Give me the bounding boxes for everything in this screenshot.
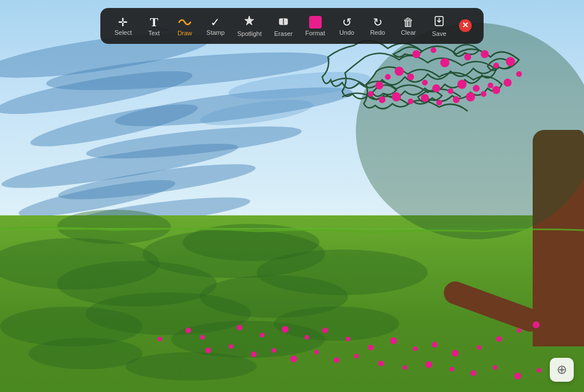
eraser-tool[interactable]: Eraser — [269, 11, 298, 40]
stamp-icon: ✓ — [210, 17, 220, 28]
text-tool[interactable]: T Text — [139, 13, 169, 40]
close-button[interactable]: ✕ — [455, 16, 476, 36]
eraser-label: Eraser — [274, 30, 293, 37]
format-label: Format — [305, 30, 325, 36]
select-tool[interactable]: ✛ Select — [108, 13, 138, 39]
close-icon: ✕ — [459, 19, 472, 32]
stamp-label: Stamp — [206, 29, 225, 36]
undo-tool[interactable]: ↺ Undo — [332, 13, 362, 39]
save-icon — [433, 15, 445, 29]
format-tool[interactable]: Format — [299, 13, 331, 40]
redo-icon: ↻ — [373, 17, 383, 28]
save-label: Save — [432, 30, 446, 37]
redo-label: Redo — [370, 29, 385, 36]
text-icon: T — [150, 16, 159, 28]
spotlight-icon — [243, 15, 256, 29]
undo-icon: ↺ — [342, 17, 352, 28]
spotlight-tool[interactable]: Spotlight — [232, 11, 267, 40]
clear-tool[interactable]: 🗑 Clear — [394, 13, 423, 39]
draw-icon — [178, 15, 192, 28]
undo-label: Undo — [339, 29, 354, 36]
toolbar: ✛ Select T Text Draw ✓ Stamp Spotlight — [100, 8, 484, 44]
corner-add-icon: ⊕ — [557, 362, 567, 377]
eraser-icon — [277, 15, 290, 29]
clear-icon: 🗑 — [403, 17, 414, 28]
draw-tool[interactable]: Draw — [170, 12, 200, 40]
tree-canopy-bg — [356, 23, 584, 239]
canvas-area[interactable] — [0, 0, 584, 392]
text-label: Text — [148, 30, 160, 36]
select-icon: ✛ — [118, 17, 128, 28]
corner-add-button[interactable]: ⊕ — [550, 358, 574, 382]
stamp-tool[interactable]: ✓ Stamp — [201, 13, 230, 39]
clear-label: Clear — [401, 29, 416, 36]
draw-label: Draw — [177, 30, 192, 36]
redo-tool[interactable]: ↻ Redo — [363, 13, 392, 39]
save-tool[interactable]: Save — [424, 11, 454, 40]
select-label: Select — [115, 29, 132, 36]
spotlight-label: Spotlight — [237, 30, 262, 37]
format-icon — [309, 16, 322, 28]
